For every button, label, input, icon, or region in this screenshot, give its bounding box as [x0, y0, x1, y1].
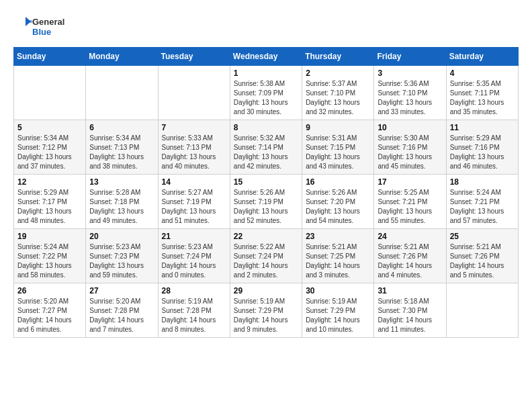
- svg-marker-3: [28, 20, 32, 23]
- calendar-cell: 24Sunrise: 5:21 AM Sunset: 7:26 PM Dayli…: [374, 229, 446, 283]
- day-number: 19: [17, 232, 82, 241]
- calendar-cell: 12Sunrise: 5:29 AM Sunset: 7:17 PM Dayli…: [14, 175, 86, 229]
- logo: General Blue: [13, 13, 81, 40]
- day-number: 23: [306, 232, 370, 241]
- day-number: 21: [162, 232, 226, 241]
- calendar-cell: 6Sunrise: 5:34 AM Sunset: 7:13 PM Daylig…: [86, 120, 158, 175]
- logo-svg: General Blue: [13, 13, 81, 40]
- day-number: 14: [162, 177, 226, 187]
- day-number: 8: [234, 123, 298, 132]
- calendar-cell: [446, 283, 518, 338]
- day-info: Sunrise: 5:26 AM Sunset: 7:19 PM Dayligh…: [234, 188, 298, 226]
- calendar-cell: 15Sunrise: 5:26 AM Sunset: 7:19 PM Dayli…: [230, 175, 302, 229]
- day-info: Sunrise: 5:37 AM Sunset: 7:10 PM Dayligh…: [306, 79, 370, 117]
- day-info: Sunrise: 5:30 AM Sunset: 7:16 PM Dayligh…: [378, 134, 442, 171]
- day-info: Sunrise: 5:26 AM Sunset: 7:20 PM Dayligh…: [306, 188, 370, 226]
- day-info: Sunrise: 5:36 AM Sunset: 7:10 PM Dayligh…: [378, 79, 442, 117]
- day-number: 4: [450, 68, 515, 78]
- day-number: 30: [306, 286, 370, 295]
- calendar-cell: [158, 66, 230, 120]
- calendar-cell: 3Sunrise: 5:36 AM Sunset: 7:10 PM Daylig…: [374, 66, 446, 120]
- day-info: Sunrise: 5:21 AM Sunset: 7:26 PM Dayligh…: [450, 242, 515, 280]
- day-info: Sunrise: 5:21 AM Sunset: 7:25 PM Dayligh…: [306, 242, 370, 280]
- calendar-cell: 26Sunrise: 5:20 AM Sunset: 7:27 PM Dayli…: [14, 283, 86, 338]
- day-number: 13: [89, 177, 154, 187]
- day-number: 16: [306, 177, 370, 187]
- day-number: 3: [378, 68, 442, 78]
- calendar-cell: [14, 66, 86, 120]
- calendar-cell: 19Sunrise: 5:24 AM Sunset: 7:22 PM Dayli…: [14, 229, 86, 283]
- day-info: Sunrise: 5:32 AM Sunset: 7:14 PM Dayligh…: [234, 134, 298, 171]
- day-number: 10: [378, 123, 442, 132]
- day-number: 11: [450, 123, 515, 132]
- day-number: 22: [234, 232, 298, 241]
- calendar-cell: 31Sunrise: 5:18 AM Sunset: 7:30 PM Dayli…: [374, 283, 446, 338]
- calendar-cell: 17Sunrise: 5:25 AM Sunset: 7:21 PM Dayli…: [374, 175, 446, 229]
- calendar-cell: 9Sunrise: 5:31 AM Sunset: 7:15 PM Daylig…: [302, 120, 374, 175]
- calendar-cell: 2Sunrise: 5:37 AM Sunset: 7:10 PM Daylig…: [302, 66, 374, 120]
- calendar-cell: 29Sunrise: 5:19 AM Sunset: 7:29 PM Dayli…: [230, 283, 302, 338]
- week-row-2: 12Sunrise: 5:29 AM Sunset: 7:17 PM Dayli…: [14, 175, 519, 229]
- day-number: 9: [306, 123, 370, 132]
- calendar-cell: 10Sunrise: 5:30 AM Sunset: 7:16 PM Dayli…: [374, 120, 446, 175]
- calendar-cell: 13Sunrise: 5:28 AM Sunset: 7:18 PM Dayli…: [86, 175, 158, 229]
- day-info: Sunrise: 5:23 AM Sunset: 7:24 PM Dayligh…: [162, 242, 226, 280]
- day-info: Sunrise: 5:38 AM Sunset: 7:09 PM Dayligh…: [234, 79, 298, 117]
- day-number: 2: [306, 68, 370, 78]
- svg-text:General: General: [32, 17, 64, 27]
- weekday-header-thursday: Thursday: [302, 48, 374, 66]
- calendar-cell: [86, 66, 158, 120]
- calendar-cell: 27Sunrise: 5:20 AM Sunset: 7:28 PM Dayli…: [86, 283, 158, 338]
- day-info: Sunrise: 5:29 AM Sunset: 7:17 PM Dayligh…: [17, 188, 82, 226]
- day-info: Sunrise: 5:18 AM Sunset: 7:30 PM Dayligh…: [378, 297, 442, 334]
- weekday-header-row: SundayMondayTuesdayWednesdayThursdayFrid…: [14, 48, 519, 66]
- day-info: Sunrise: 5:35 AM Sunset: 7:11 PM Dayligh…: [450, 79, 515, 117]
- calendar-cell: 4Sunrise: 5:35 AM Sunset: 7:11 PM Daylig…: [446, 66, 518, 120]
- calendar-cell: 14Sunrise: 5:27 AM Sunset: 7:19 PM Dayli…: [158, 175, 230, 229]
- calendar-cell: 25Sunrise: 5:21 AM Sunset: 7:26 PM Dayli…: [446, 229, 518, 283]
- calendar-cell: 7Sunrise: 5:33 AM Sunset: 7:13 PM Daylig…: [158, 120, 230, 175]
- day-info: Sunrise: 5:19 AM Sunset: 7:29 PM Dayligh…: [306, 297, 370, 334]
- weekday-header-wednesday: Wednesday: [230, 48, 302, 66]
- calendar-cell: 11Sunrise: 5:29 AM Sunset: 7:16 PM Dayli…: [446, 120, 518, 175]
- week-row-1: 5Sunrise: 5:34 AM Sunset: 7:12 PM Daylig…: [14, 120, 519, 175]
- day-number: 27: [89, 286, 154, 295]
- day-number: 26: [17, 286, 82, 295]
- day-info: Sunrise: 5:21 AM Sunset: 7:26 PM Dayligh…: [378, 242, 442, 280]
- calendar-cell: 5Sunrise: 5:34 AM Sunset: 7:12 PM Daylig…: [14, 120, 86, 175]
- calendar-cell: 23Sunrise: 5:21 AM Sunset: 7:25 PM Dayli…: [302, 229, 374, 283]
- weekday-header-tuesday: Tuesday: [158, 48, 230, 66]
- day-info: Sunrise: 5:19 AM Sunset: 7:28 PM Dayligh…: [162, 297, 226, 334]
- day-number: 18: [450, 177, 515, 187]
- day-info: Sunrise: 5:31 AM Sunset: 7:15 PM Dayligh…: [306, 134, 370, 171]
- day-info: Sunrise: 5:19 AM Sunset: 7:29 PM Dayligh…: [234, 297, 298, 334]
- week-row-3: 19Sunrise: 5:24 AM Sunset: 7:22 PM Dayli…: [14, 229, 519, 283]
- calendar-cell: 18Sunrise: 5:24 AM Sunset: 7:21 PM Dayli…: [446, 175, 518, 229]
- day-info: Sunrise: 5:34 AM Sunset: 7:12 PM Dayligh…: [17, 134, 82, 171]
- day-number: 12: [17, 177, 82, 187]
- calendar-cell: 8Sunrise: 5:32 AM Sunset: 7:14 PM Daylig…: [230, 120, 302, 175]
- day-info: Sunrise: 5:34 AM Sunset: 7:13 PM Dayligh…: [89, 134, 154, 171]
- day-info: Sunrise: 5:20 AM Sunset: 7:27 PM Dayligh…: [17, 297, 82, 334]
- header: General Blue: [13, 13, 519, 40]
- day-info: Sunrise: 5:24 AM Sunset: 7:22 PM Dayligh…: [17, 242, 82, 280]
- day-number: 29: [234, 286, 298, 295]
- day-number: 31: [378, 286, 442, 295]
- day-info: Sunrise: 5:25 AM Sunset: 7:21 PM Dayligh…: [378, 188, 442, 226]
- weekday-header-sunday: Sunday: [14, 48, 86, 66]
- calendar-cell: 16Sunrise: 5:26 AM Sunset: 7:20 PM Dayli…: [302, 175, 374, 229]
- svg-text:Blue: Blue: [32, 27, 51, 37]
- week-row-4: 26Sunrise: 5:20 AM Sunset: 7:27 PM Dayli…: [14, 283, 519, 338]
- day-info: Sunrise: 5:28 AM Sunset: 7:18 PM Dayligh…: [89, 188, 154, 226]
- day-number: 15: [234, 177, 298, 187]
- day-info: Sunrise: 5:24 AM Sunset: 7:21 PM Dayligh…: [450, 188, 515, 226]
- calendar-table: SundayMondayTuesdayWednesdayThursdayFrid…: [13, 47, 519, 338]
- calendar-cell: 30Sunrise: 5:19 AM Sunset: 7:29 PM Dayli…: [302, 283, 374, 338]
- day-number: 28: [162, 286, 226, 295]
- day-info: Sunrise: 5:27 AM Sunset: 7:19 PM Dayligh…: [162, 188, 226, 226]
- day-number: 1: [234, 68, 298, 78]
- day-number: 17: [378, 177, 442, 187]
- day-info: Sunrise: 5:29 AM Sunset: 7:16 PM Dayligh…: [450, 134, 515, 171]
- day-number: 6: [89, 123, 154, 132]
- calendar-cell: 1Sunrise: 5:38 AM Sunset: 7:09 PM Daylig…: [230, 66, 302, 120]
